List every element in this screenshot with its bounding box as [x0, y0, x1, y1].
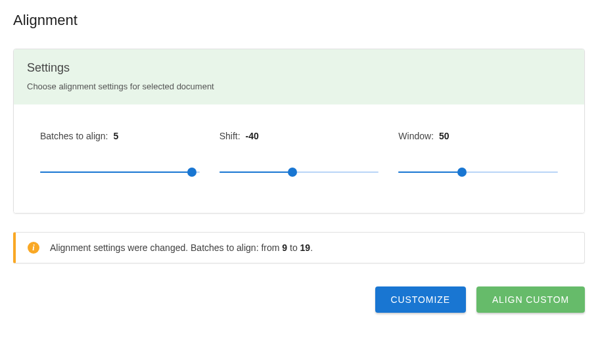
slider-fill — [40, 171, 192, 173]
slider-fill — [398, 171, 462, 173]
notice-prefix: Alignment settings were changed. Batches… — [50, 242, 282, 253]
settings-title: Settings — [27, 61, 571, 75]
batches-label: Batches to align: — [40, 131, 108, 141]
batches-slider[interactable] — [40, 168, 200, 177]
slider-thumb[interactable] — [187, 168, 196, 177]
notice-to-value: 19 — [300, 242, 311, 253]
shift-slider[interactable] — [219, 168, 379, 177]
action-bar: Customize Align Custom — [13, 286, 585, 313]
settings-subtitle: Choose alignment settings for selected d… — [27, 81, 571, 91]
page-title: Alignment — [13, 12, 585, 29]
batches-value: 5 — [113, 131, 118, 141]
shift-label-row: Shift: -40 — [219, 131, 379, 141]
shift-setting: Shift: -40 — [219, 131, 379, 177]
window-value: 50 — [439, 131, 449, 141]
settings-card: Settings Choose alignment settings for s… — [13, 49, 585, 214]
settings-header: Settings Choose alignment settings for s… — [14, 49, 584, 104]
shift-label: Shift: — [219, 131, 241, 141]
align-custom-button[interactable]: Align Custom — [476, 286, 585, 313]
slider-thumb[interactable] — [288, 168, 297, 177]
info-icon: i — [28, 242, 39, 254]
shift-value: -40 — [245, 131, 258, 141]
notice-middle: to — [287, 242, 300, 253]
window-label: Window: — [398, 131, 434, 141]
batches-setting: Batches to align: 5 — [40, 131, 200, 177]
change-notice: i Alignment settings were changed. Batch… — [13, 232, 585, 263]
window-setting: Window: 50 — [398, 131, 558, 177]
window-label-row: Window: 50 — [398, 131, 558, 141]
window-slider[interactable] — [398, 168, 558, 177]
slider-thumb[interactable] — [457, 168, 467, 177]
settings-body: Batches to align: 5 Shift: -40 Windo — [14, 104, 584, 213]
customize-button[interactable]: Customize — [375, 286, 466, 313]
notice-text: Alignment settings were changed. Batches… — [50, 242, 313, 253]
slider-fill — [219, 171, 293, 173]
batches-label-row: Batches to align: 5 — [40, 131, 200, 141]
notice-suffix: . — [310, 242, 313, 253]
notice-from-value: 9 — [282, 242, 287, 253]
